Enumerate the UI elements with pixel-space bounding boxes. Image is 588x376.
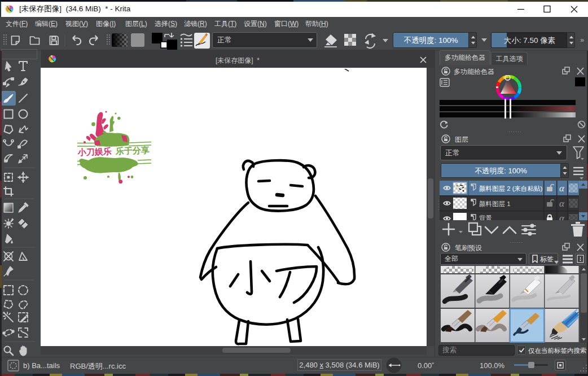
- svg-text:α: α: [559, 183, 565, 194]
- svg-text:颜料图层 1: 颜料图层 1: [479, 200, 511, 207]
- svg-text:颜料图层 2 (来自粘贴): 颜料图层 2 (来自粘贴): [479, 185, 543, 192]
- svg-text:背景: 背景: [479, 215, 492, 221]
- svg-text:小刀娱乐: 小刀娱乐: [77, 146, 112, 157]
- svg-text:α: α: [559, 213, 565, 220]
- svg-text:乐于分享: 乐于分享: [115, 145, 150, 156]
- svg-text:α: α: [559, 198, 565, 209]
